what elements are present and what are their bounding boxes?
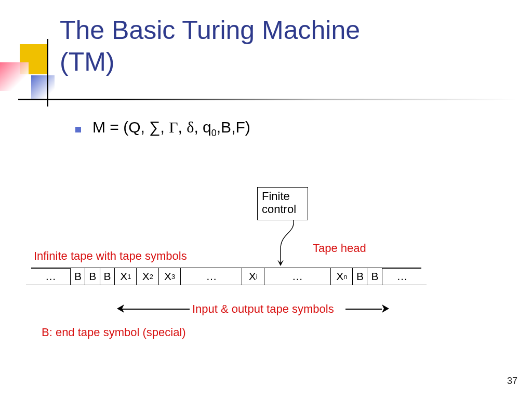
tape: … B B B X1 X2 X3 … Xi … Xn B B … — [31, 268, 421, 285]
io-arrow-left — [122, 309, 190, 310]
tape-cell: … — [264, 268, 331, 285]
finite-control-box: Finite control — [257, 187, 308, 220]
tape-cell: B — [70, 268, 86, 285]
tape-right-end: … — [382, 268, 421, 285]
slide-title: The Basic Turing Machine (TM) — [60, 15, 360, 78]
tape-cell: Xi — [242, 268, 264, 285]
io-tape-label: Input & output tape symbols — [192, 302, 334, 316]
arrow-left-icon — [117, 304, 124, 313]
tape-left-end: … — [31, 268, 70, 285]
tape-cell: X2 — [136, 268, 159, 285]
page-number: 37 — [507, 376, 517, 387]
title-line-1: The Basic Turing Machine — [60, 16, 360, 45]
io-arrow-right — [345, 309, 382, 310]
tape-head-arrow-curve — [270, 220, 296, 268]
tm-tuple: M = (Q, ∑, Γ, δ, q0,B,F) — [92, 118, 250, 139]
tape-cell: B — [85, 268, 100, 285]
tape-cell: B — [352, 268, 368, 285]
title-underline — [18, 99, 517, 100]
infinite-tape-label: Infinite tape with tape symbols — [34, 249, 187, 263]
tape-cell: Xn — [330, 268, 353, 285]
bullet-definition: M = (Q, ∑, Γ, δ, q0,B,F) — [75, 118, 250, 139]
title-line-2: (TM) — [60, 47, 115, 76]
tape-head-label: Tape head — [313, 242, 366, 255]
arrow-right-icon — [382, 304, 389, 313]
tape-cell: B — [100, 268, 115, 285]
corner-decoration — [0, 44, 62, 107]
b-symbol-label: B: end tape symbol (special) — [42, 326, 186, 339]
tape-cell: B — [367, 268, 382, 285]
bullet-icon — [75, 127, 81, 132]
tape-cell: X3 — [158, 268, 181, 285]
tape-cell: … — [180, 268, 243, 285]
tape-cell: X1 — [114, 268, 137, 285]
